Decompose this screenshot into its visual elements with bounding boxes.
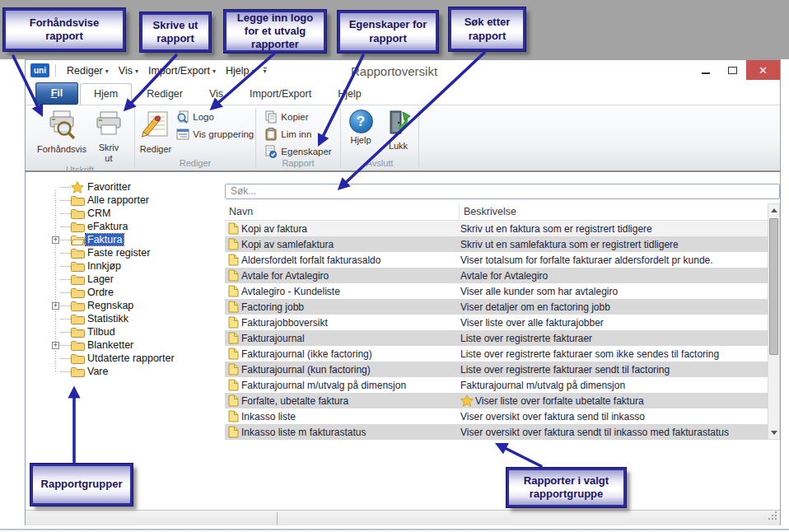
table-row[interactable]: Kopi av fakturaSkriv ut en faktura som e…: [225, 221, 768, 236]
preview-button[interactable]: Forhåndsvis: [34, 108, 90, 156]
column-header-navn[interactable]: Navn: [225, 203, 460, 220]
tree-item-blanketter[interactable]: +Blanketter: [52, 338, 176, 352]
help-button[interactable]: ? Hjelp: [346, 108, 376, 147]
copy-button[interactable]: Kopier: [264, 110, 331, 124]
table-row[interactable]: Avtale for AvtalegiroAvtale for Avtalegi…: [225, 268, 768, 283]
table-row[interactable]: Inkasso liste m fakturastatusViser overs…: [225, 424, 768, 440]
folder-icon: [71, 222, 86, 232]
report-doc-icon: [225, 238, 241, 250]
tree-item-alle-rapporter[interactable]: Alle rapporter: [52, 194, 176, 207]
print-label: Skriv ut: [95, 142, 123, 163]
tree-item-vare[interactable]: Vare: [52, 365, 176, 378]
report-name: Forfalte, ubetalte faktura: [241, 395, 456, 407]
menu-hjelp[interactable]: Hjelp▾: [222, 65, 259, 77]
close-button[interactable]: ✕: [746, 60, 780, 80]
minimize-button[interactable]: [692, 60, 719, 80]
maximize-button[interactable]: [719, 60, 746, 80]
tree-item-utdaterte-rapporter[interactable]: Utdaterte rapporter: [52, 352, 176, 365]
table-row[interactable]: FakturajournalListe over registrerte fak…: [225, 330, 768, 346]
grouping-button[interactable]: Vis gruppering: [176, 128, 254, 141]
preview-label: Forhåndsvis: [37, 144, 86, 155]
paste-icon: [264, 128, 278, 141]
tree-item-efaktura[interactable]: eFaktura: [52, 220, 176, 233]
tab-fil[interactable]: Fil: [35, 82, 78, 105]
ribbon: Forhåndsvis Skriv ut: [26, 105, 780, 172]
menu-vis[interactable]: Vis▾: [115, 65, 142, 77]
scroll-up-icon[interactable]: [768, 204, 779, 217]
dropdown-caret-icon: ▾: [105, 68, 109, 75]
table-row[interactable]: Avtalegiro - KundelisteViser alle kunder…: [225, 283, 768, 299]
callout-properties: Egenskaper for rapport: [338, 11, 438, 53]
report-description: Liste over registrerte fakturaer som ikk…: [456, 348, 719, 360]
tree-item-statistikk[interactable]: Statistikk: [52, 312, 176, 325]
tree-item-lager[interactable]: Lager: [52, 273, 176, 286]
report-doc-icon: [225, 316, 241, 329]
folder-icon: [71, 208, 86, 219]
menu-rediger[interactable]: Rediger▾: [63, 65, 112, 77]
properties-button[interactable]: Egenskaper: [264, 145, 331, 158]
report-doc-icon: [225, 363, 241, 376]
group-label-rediger: Rediger: [135, 158, 255, 170]
edit-button[interactable]: Rediger: [137, 108, 175, 156]
tab-rediger[interactable]: Rediger: [133, 84, 196, 105]
menu-import-export[interactable]: Import/Export▾: [145, 65, 219, 77]
tree-item-innkj-p[interactable]: Innkjøp: [52, 259, 176, 273]
tab-hjem[interactable]: Hjem: [80, 83, 132, 105]
logo-button[interactable]: Logo: [176, 110, 254, 124]
table-row[interactable]: Fakturajournal (kun factoring)Liste over…: [225, 362, 768, 377]
table-body: Kopi av fakturaSkriv ut en faktura som e…: [225, 221, 768, 440]
tree-item-label: Lager: [86, 273, 115, 285]
close-app-label: Lukk: [389, 141, 408, 152]
tree-item-faste-register[interactable]: Faste register: [52, 246, 176, 259]
report-doc-icon: [225, 426, 241, 438]
scrollbar-thumb[interactable]: [769, 218, 778, 355]
edit-icon: [141, 110, 170, 142]
search-input[interactable]: [225, 184, 780, 199]
report-name: Kopi av samlefaktura: [241, 239, 456, 250]
report-name: Avtale for Avtalegiro: [241, 270, 456, 282]
column-header-beskrivelse[interactable]: Beskrivelse: [460, 206, 516, 217]
tree-item-crm[interactable]: CRM: [52, 207, 176, 220]
table-row[interactable]: Aldersfordelt forfalt fakturasaldoViser …: [225, 252, 768, 268]
report-doc-icon: [225, 254, 241, 266]
screenshot-root: Forhåndsvise rapport Skrive ut rapport L…: [0, 0, 789, 532]
table-row[interactable]: Inkasso listeViser oversikt over faktura…: [225, 408, 768, 424]
table-row[interactable]: Factoring jobbViser detaljer om en facto…: [225, 299, 768, 315]
copy-icon: [264, 110, 278, 124]
tree-item-regnskap[interactable]: +Regnskap: [52, 299, 176, 312]
tab-vis[interactable]: Vis: [196, 84, 236, 105]
report-doc-icon: [225, 410, 241, 422]
search-field-wrap: [225, 183, 780, 198]
tree-item-tilbud[interactable]: Tilbud: [52, 325, 176, 338]
paste-button[interactable]: Lim inn: [264, 128, 331, 141]
tree-item-label: Vare: [86, 366, 110, 377]
vertical-scrollbar[interactable]: [768, 203, 780, 440]
report-doc-icon: [225, 379, 241, 391]
grouping-icon: [176, 128, 189, 141]
tree-item-label: Tilbud: [86, 326, 117, 338]
table-row[interactable]: Kopi av samlefakturaSkriv ut en samlefak…: [225, 236, 768, 252]
window-bottom-edge: [0, 529, 789, 530]
table-row[interactable]: Forfalte, ubetalte fakturaViser liste ov…: [225, 393, 768, 408]
quick-access-menubar: Rediger▾Vis▾Import/Export▾Hjelp▾▾: [63, 63, 267, 78]
close-app-button[interactable]: Lukk: [383, 108, 414, 153]
print-button[interactable]: Skriv ut: [91, 108, 126, 165]
tab-import-export[interactable]: Import/Export: [236, 84, 324, 105]
close-icon: ✕: [759, 64, 768, 77]
table-row[interactable]: FakturajobboversiktViser liste over alle…: [225, 315, 768, 330]
tree-item-ordre[interactable]: Ordre: [52, 286, 176, 299]
resize-grip-icon[interactable]: [768, 509, 777, 524]
group-label-avslutt: Avslutt: [341, 158, 418, 170]
expand-plus-icon[interactable]: +: [52, 236, 59, 244]
qat-overflow-icon[interactable]: ▾: [264, 68, 267, 74]
tab-hjelp[interactable]: Hjelp: [324, 84, 375, 105]
table-row[interactable]: Fakturajournal (ikke factoring)Liste ove…: [225, 346, 768, 362]
scroll-down-icon[interactable]: [768, 427, 779, 439]
expand-plus-icon[interactable]: +: [52, 302, 59, 310]
expand-plus-icon[interactable]: +: [52, 342, 59, 349]
folder-icon: [71, 274, 86, 285]
table-row[interactable]: Fakturajournal m/utvalg på dimensjonFakt…: [225, 377, 768, 393]
tree-item-favoritter[interactable]: Favoritter: [52, 180, 176, 194]
tree-item-faktura[interactable]: +Faktura: [52, 233, 176, 246]
callout-report-groups: Rapportgrupper: [30, 464, 133, 506]
